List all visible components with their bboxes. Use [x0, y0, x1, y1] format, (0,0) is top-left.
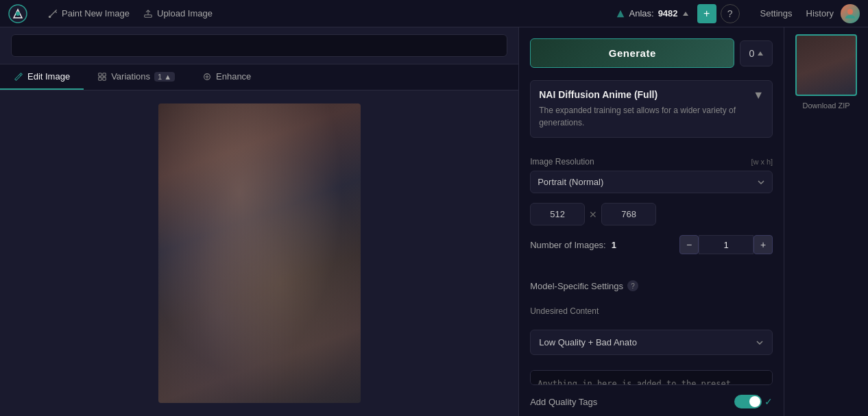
- tab-enhance[interactable]: Enhance: [189, 64, 265, 90]
- model-description: The expanded training set allows for a w…: [539, 104, 753, 129]
- settings-button[interactable]: Settings: [754, 5, 799, 21]
- thumbnail-area: Download ZIP: [784, 27, 868, 416]
- generate-button[interactable]: Generate: [530, 38, 734, 68]
- resolution-width-input[interactable]: [530, 203, 585, 225]
- add-anlas-button[interactable]: +: [697, 4, 716, 23]
- decrease-images-button[interactable]: −: [679, 235, 699, 254]
- toggle-check-icon: ✓: [764, 396, 773, 407]
- svg-marker-13: [758, 51, 763, 56]
- left-panel: Edit Image Variations 1 ▲: [0, 27, 519, 416]
- upload-image-button[interactable]: Upload Image: [136, 5, 219, 21]
- chevron-down-icon: [757, 178, 765, 186]
- thumbnail-image[interactable]: [795, 34, 857, 96]
- undesired-content-label: Undesired Content: [530, 306, 773, 316]
- model-specific-header: Model-Specific Settings ?: [530, 280, 773, 291]
- undesired-content-textarea[interactable]: [530, 370, 773, 385]
- variations-icon: [97, 72, 107, 82]
- tab-edit-image[interactable]: Edit Image: [0, 64, 84, 90]
- anlas-cost-display: 0: [740, 40, 773, 66]
- resolution-inputs: ✕: [530, 203, 773, 225]
- svg-marker-6: [683, 12, 688, 16]
- resolution-preset-select[interactable]: Portrait (Normal): [530, 171, 773, 193]
- paint-new-image-button[interactable]: Paint New Image: [41, 5, 136, 21]
- svg-rect-9: [103, 73, 106, 75]
- number-of-images-row: Number of Images: 1 − 1 +: [530, 235, 773, 254]
- toggle-background[interactable]: [734, 395, 762, 408]
- svg-rect-11: [103, 77, 106, 79]
- avatar[interactable]: [841, 4, 860, 23]
- main-layout: Edit Image Variations 1 ▲: [0, 27, 868, 416]
- svg-marker-5: [616, 10, 624, 17]
- novelai-logo-icon: [8, 4, 27, 23]
- prompt-input[interactable]: [11, 34, 507, 57]
- enhance-icon: [202, 72, 212, 82]
- svg-rect-10: [99, 77, 101, 79]
- info-icon: ?: [627, 280, 638, 291]
- user-icon: [844, 8, 856, 20]
- image-resolution-section: Image Resolution [w x h] Portrait (Norma…: [530, 157, 773, 193]
- anlas-arrow-icon: [682, 10, 689, 17]
- svg-rect-8: [99, 73, 101, 75]
- svg-point-7: [847, 9, 853, 14]
- variations-badge: 1 ▲: [154, 72, 175, 82]
- quality-tags-row: Add Quality Tags ✓: [530, 395, 773, 408]
- anlas-display: Anlas: 9482: [616, 8, 689, 19]
- generate-row: Generate 0: [530, 38, 773, 68]
- svg-point-3: [49, 15, 51, 18]
- help-button[interactable]: ?: [721, 4, 740, 23]
- top-navigation: Paint New Image Upload Image Anlas: 9482…: [0, 0, 868, 27]
- increase-images-button[interactable]: +: [754, 235, 773, 254]
- num-images-controls: − 1 +: [679, 235, 773, 254]
- canvas-area: [0, 90, 518, 416]
- chevron-down-undesired-icon: [756, 339, 764, 347]
- upload-icon: [143, 9, 153, 19]
- edit-icon: [14, 72, 23, 82]
- cost-arrow-icon: [757, 50, 764, 57]
- anlas-icon: [616, 9, 625, 19]
- resolution-height-input[interactable]: [601, 203, 656, 225]
- model-expand-button[interactable]: ▼: [753, 89, 764, 101]
- canvas-image: [158, 103, 361, 403]
- times-symbol: ✕: [589, 209, 597, 220]
- prompt-section: [0, 27, 518, 64]
- history-button[interactable]: History: [799, 5, 841, 21]
- num-images-display: 1: [699, 235, 754, 254]
- toggle-knob: [749, 396, 760, 407]
- logo: [8, 4, 27, 23]
- model-title: NAI Diffusion Anime (Full): [539, 89, 753, 100]
- right-panel: Generate 0 NAI Diffusion Anime (Full) Th…: [519, 27, 784, 416]
- download-zip-button[interactable]: Download ZIP: [803, 101, 850, 110]
- paint-icon: [48, 9, 58, 19]
- undesired-preset-select[interactable]: Low Quality + Bad Anato: [530, 330, 773, 355]
- image-resolution-label: Image Resolution [w x h]: [530, 157, 773, 167]
- svg-rect-4: [145, 14, 152, 17]
- svg-point-2: [16, 12, 20, 16]
- model-card: NAI Diffusion Anime (Full) The expanded …: [530, 80, 773, 138]
- tab-bar: Edit Image Variations 1 ▲: [0, 64, 518, 90]
- quality-tags-toggle[interactable]: ✓: [734, 395, 773, 408]
- tab-variations[interactable]: Variations 1 ▲: [84, 64, 189, 90]
